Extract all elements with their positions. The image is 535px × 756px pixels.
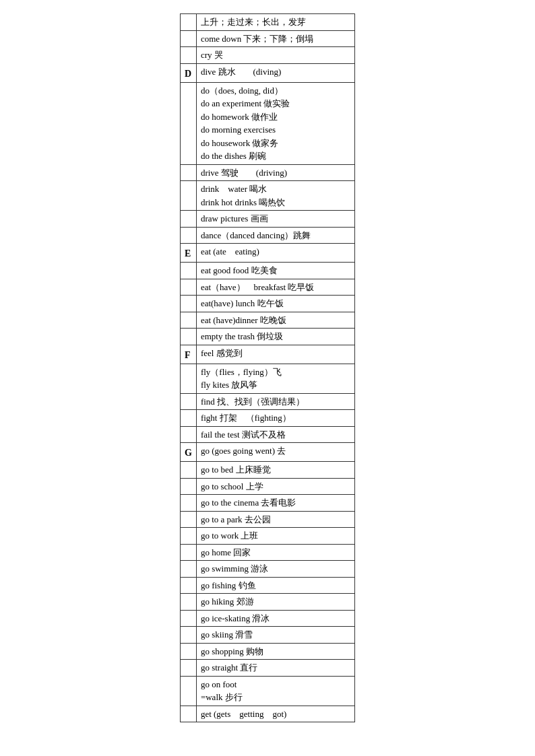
entry-text: go home 回家	[201, 547, 251, 557]
entry-text: do housework 做家务	[201, 138, 279, 148]
letter-cell	[181, 211, 197, 228]
letter-cell	[181, 561, 197, 578]
letter-cell	[181, 528, 197, 545]
entry-text: go on foot	[201, 679, 237, 689]
content-cell: fly（flies，flying）飞fly kites 放风筝	[196, 364, 354, 393]
entry-text: eat good food 吃美食	[201, 265, 278, 275]
content-cell: go (goes going went) 去	[196, 443, 354, 462]
letter-cell	[181, 495, 197, 512]
content-cell: eat(have) lunch 吃午饭	[196, 296, 354, 312]
content-cell: feel 感觉到	[196, 345, 354, 364]
table-row: dance（danced dancing）跳舞	[181, 227, 355, 244]
table-row: Ffeel 感觉到	[181, 345, 355, 364]
content-cell: dive 跳水 (diving)	[196, 63, 354, 82]
entry-text: do the dishes 刷碗	[201, 151, 266, 161]
entry-text: go to school 上学	[201, 481, 263, 491]
entry-text: empty the trash 倒垃圾	[201, 331, 283, 341]
entry-text: go shopping 购物	[201, 646, 263, 656]
content-cell: 上升；走过来；长出，发芽	[196, 14, 354, 31]
entry-text: fly kites 放风筝	[201, 380, 258, 390]
content-cell: go on foot=walk 步行	[196, 676, 354, 706]
table-row: fail the test 测试不及格	[181, 426, 355, 443]
entry-text: go to the cinema 去看电影	[201, 497, 296, 508]
content-cell: go shopping 购物	[196, 643, 354, 660]
content-cell: drive 驾驶 (driving)	[196, 164, 354, 181]
entry-text: go fishing 钓鱼	[201, 580, 256, 590]
letter-cell	[181, 263, 197, 279]
letter-cell	[181, 82, 197, 164]
entry-text: draw pictures 画画	[201, 213, 268, 224]
letter-cell	[181, 279, 197, 296]
letter-cell	[181, 14, 197, 31]
letter-cell	[181, 164, 197, 181]
letter-cell	[181, 329, 197, 345]
table-row: 上升；走过来；长出，发芽	[181, 14, 355, 31]
letter-cell	[181, 643, 197, 660]
entry-text: fail the test 测试不及格	[201, 429, 286, 440]
table-row: Ddive 跳水 (diving)	[181, 63, 355, 82]
letter-cell	[181, 393, 197, 410]
letter-cell	[181, 676, 197, 706]
letter-cell: F	[181, 345, 197, 364]
content-cell: get (gets getting got)	[196, 706, 354, 722]
table-row: go swimming 游泳	[181, 561, 355, 578]
content-cell: go swimming 游泳	[196, 561, 354, 578]
entry-text: do an experiment 做实验	[201, 98, 290, 108]
table-row: drive 驾驶 (driving)	[181, 164, 355, 181]
entry-text: dive 跳水 (diving)	[201, 67, 282, 77]
content-cell: go to school 上学	[196, 478, 354, 495]
content-cell: do（does, doing, did）do an experiment 做实验…	[196, 82, 354, 164]
letter-cell	[181, 577, 197, 594]
table-row: do（does, doing, did）do an experiment 做实验…	[181, 82, 355, 164]
table-row: go skiing 滑雪	[181, 627, 355, 644]
letter-cell	[181, 462, 197, 479]
table-row: eat（have） breakfast 吃早饭	[181, 279, 355, 296]
letter-cell	[181, 660, 197, 677]
letter-cell	[181, 296, 197, 312]
entry-text: fight 打架 （fighting）	[201, 413, 291, 423]
table-row: go to work 上班	[181, 528, 355, 545]
entry-text: go to a park 去公园	[201, 514, 271, 524]
entry-text: drink hot drinks 喝热饮	[201, 197, 285, 207]
letter-cell	[181, 181, 197, 211]
content-cell: dance（danced dancing）跳舞	[196, 227, 354, 244]
content-cell: eat (ate eating)	[196, 244, 354, 263]
content-cell: go straight 直行	[196, 660, 354, 677]
table-row: go home 回家	[181, 544, 355, 561]
table-row: go ice-skating 滑冰	[181, 610, 355, 627]
content-cell: go home 回家	[196, 544, 354, 561]
vocabulary-table: 上升；走过来；长出，发芽come down 下来；下降；倒塌cry 哭Ddive…	[180, 13, 355, 722]
table-row: empty the trash 倒垃圾	[181, 329, 355, 345]
table-row: go to the cinema 去看电影	[181, 495, 355, 512]
content-cell: go to work 上班	[196, 528, 354, 545]
content-cell: go skiing 滑雪	[196, 627, 354, 644]
content-cell: fight 打架 （fighting）	[196, 410, 354, 427]
letter-cell	[181, 426, 197, 443]
content-cell: go to the cinema 去看电影	[196, 495, 354, 512]
letter-cell	[181, 544, 197, 561]
table-row: eat (have)dinner 吃晚饭	[181, 312, 355, 329]
content-cell: eat (have)dinner 吃晚饭	[196, 312, 354, 329]
entry-text: cry 哭	[201, 50, 223, 60]
content-cell: go hiking 郊游	[196, 594, 354, 611]
table-row: cry 哭	[181, 47, 355, 64]
content-cell: come down 下来；下降；倒塌	[196, 30, 354, 47]
table-row: go to school 上学	[181, 478, 355, 495]
entry-text: feel 感觉到	[201, 348, 243, 358]
table-row: eat good food 吃美食	[181, 263, 355, 279]
entry-text: dance（danced dancing）跳舞	[201, 230, 311, 240]
content-cell: empty the trash 倒垃圾	[196, 329, 354, 345]
table-row: draw pictures 画画	[181, 211, 355, 228]
entry-text: go skiing 滑雪	[201, 629, 253, 640]
letter-cell: D	[181, 63, 197, 82]
table-row: fight 打架 （fighting）	[181, 410, 355, 427]
entry-text: go to work 上班	[201, 530, 259, 541]
entry-text: go ice-skating 滑冰	[201, 613, 270, 623]
letter-cell: E	[181, 244, 197, 263]
table-row: go fishing 钓鱼	[181, 577, 355, 594]
entry-text: go to bed 上床睡觉	[201, 465, 271, 475]
entry-text: get (gets getting got)	[201, 709, 286, 719]
table-row: come down 下来；下降；倒塌	[181, 30, 355, 47]
content-cell: draw pictures 画画	[196, 211, 354, 228]
content-cell: find 找、找到（强调结果）	[196, 393, 354, 410]
